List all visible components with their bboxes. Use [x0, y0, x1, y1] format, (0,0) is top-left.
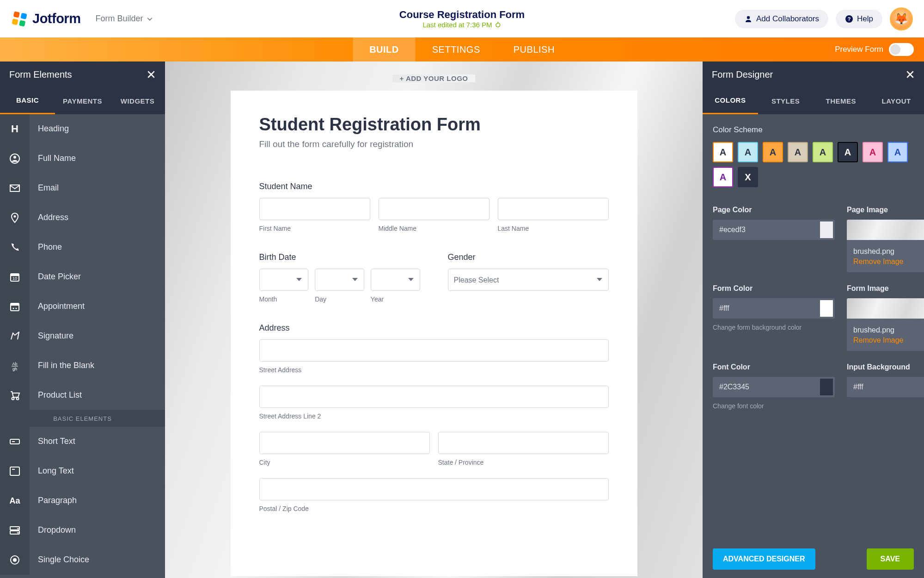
input-last-name[interactable]: [498, 198, 609, 220]
tab-build[interactable]: BUILD: [353, 37, 416, 61]
element-label: Phone: [30, 242, 62, 252]
tab-widgets[interactable]: WIDGETS: [110, 87, 165, 114]
avatar[interactable]: 🦊: [890, 7, 913, 31]
form-heading[interactable]: Student Registration Form: [259, 115, 609, 135]
input-font-color[interactable]: [713, 377, 818, 397]
element-email[interactable]: Email: [0, 173, 165, 203]
element-single-choice[interactable]: Single Choice: [0, 545, 165, 575]
element-heading[interactable]: HHeading: [0, 114, 165, 144]
input-form-color[interactable]: [713, 298, 818, 319]
color-swatch-4[interactable]: A: [813, 142, 833, 162]
svg-rect-3: [19, 20, 25, 26]
prop-font-color: Font Color Change font color: [713, 363, 835, 411]
revision-icon[interactable]: [495, 22, 502, 28]
add-logo-button[interactable]: + ADD YOUR LOGO: [165, 61, 703, 91]
svg-text:Ab: Ab: [12, 362, 17, 366]
svg-point-23: [17, 397, 19, 400]
select-day[interactable]: [315, 269, 364, 291]
help-button[interactable]: ? Help: [836, 10, 882, 28]
element-phone[interactable]: Phone: [0, 233, 165, 262]
section-basic-elements: BASIC ELEMENTS: [0, 410, 165, 427]
tab-themes[interactable]: THEMES: [814, 87, 869, 114]
element-product-list[interactable]: Product List: [0, 381, 165, 410]
input-city[interactable]: [259, 432, 430, 454]
tab-publish[interactable]: PUBLISH: [497, 37, 571, 61]
color-swatch-9[interactable]: X: [738, 167, 758, 187]
color-swatch-5[interactable]: A: [838, 142, 858, 162]
remove-form-image[interactable]: Remove Image: [847, 336, 924, 344]
form-canvas[interactable]: + ADD YOUR LOGO Student Registration For…: [165, 61, 703, 578]
prop-page-color: Page Color: [713, 206, 835, 272]
field-address[interactable]: Address Street Address Street Address Li…: [259, 323, 609, 512]
element-paragraph[interactable]: AaParagraph: [0, 486, 165, 516]
save-button[interactable]: SAVE: [867, 548, 914, 570]
advanced-designer-button[interactable]: ADVANCED DESIGNER: [713, 548, 815, 570]
element-label: Address: [30, 213, 68, 222]
tab-layout[interactable]: LAYOUT: [869, 87, 924, 114]
element-long-text[interactable]: Long Text: [0, 456, 165, 486]
form-title[interactable]: Course Registration Form: [399, 9, 525, 21]
element-appointment[interactable]: Appointment: [0, 292, 165, 321]
remove-page-image[interactable]: Remove Image: [847, 258, 924, 266]
form-subheading[interactable]: Fill out the form carefully for registra…: [259, 139, 609, 149]
select-month[interactable]: [259, 269, 309, 291]
tab-settings[interactable]: SETTINGS: [416, 37, 497, 61]
logo-icon: [11, 11, 28, 27]
element-icon: [0, 381, 30, 410]
input-street2[interactable]: [259, 386, 609, 408]
element-short-text[interactable]: Short Text: [0, 427, 165, 456]
form-image-box[interactable]: brushed.png Remove Image: [847, 298, 924, 351]
designer-body: Color Scheme AAAAAAAAAX Page Color Page …: [703, 114, 924, 578]
input-first-name[interactable]: [259, 198, 370, 220]
element-date-picker[interactable]: 10Date Picker: [0, 262, 165, 292]
builder-dropdown[interactable]: Form Builder: [95, 14, 153, 24]
color-swatch-6[interactable]: A: [863, 142, 883, 162]
color-swatch-3[interactable]: A: [788, 142, 808, 162]
input-middle-name[interactable]: [379, 198, 490, 220]
tab-payments[interactable]: PAYMENTS: [55, 87, 110, 114]
builder-label: Form Builder: [95, 14, 143, 24]
input-input-bg[interactable]: [847, 377, 924, 397]
sublabel-street: Street Address: [259, 366, 609, 374]
input-page-color[interactable]: [713, 220, 818, 240]
chip-page-color[interactable]: [818, 220, 835, 240]
svg-point-11: [14, 215, 16, 217]
select-year[interactable]: [371, 269, 420, 291]
form-elements-panel: Form Elements BASIC PAYMENTS WIDGETS HHe…: [0, 61, 165, 578]
page-image-preview: [847, 220, 924, 240]
color-swatch-1[interactable]: A: [738, 142, 758, 162]
element-dropdown[interactable]: Dropdown: [0, 516, 165, 545]
logo[interactable]: Jotform: [11, 11, 80, 27]
toggle-switch[interactable]: [889, 43, 914, 56]
element-full-name[interactable]: Full Name: [0, 144, 165, 173]
preview-toggle[interactable]: Preview Form: [835, 43, 914, 56]
color-swatch-0[interactable]: A: [713, 142, 733, 162]
input-postal[interactable]: [259, 478, 609, 500]
page-image-box[interactable]: brushed.png Remove Image: [847, 220, 924, 272]
chip-form-color[interactable]: [818, 298, 835, 319]
sublabel-first-name: First Name: [259, 225, 370, 232]
select-gender[interactable]: Please Select: [448, 269, 609, 291]
field-gender[interactable]: Gender Please Select: [448, 252, 609, 303]
tab-colors[interactable]: COLORS: [703, 87, 758, 114]
tab-basic[interactable]: BASIC: [0, 87, 55, 114]
close-icon[interactable]: [147, 70, 156, 79]
element-fill-in-the-blank[interactable]: AbghFill in the Blank: [0, 351, 165, 381]
color-swatch-2[interactable]: A: [763, 142, 783, 162]
add-collaborators-button[interactable]: Add Collaborators: [735, 10, 828, 28]
prop-input-bg: Input Background: [847, 363, 924, 411]
field-birth-date[interactable]: Birth Date Month Day Year: [259, 252, 420, 303]
color-swatch-7[interactable]: A: [887, 142, 908, 162]
color-swatch-8[interactable]: A: [713, 167, 733, 187]
input-state[interactable]: [438, 432, 609, 454]
input-street[interactable]: [259, 339, 609, 362]
tab-styles[interactable]: STYLES: [758, 87, 814, 114]
field-student-name[interactable]: Student Name First Name Middle Name Last…: [259, 182, 609, 232]
element-label: Full Name: [30, 154, 76, 163]
element-signature[interactable]: Signature: [0, 321, 165, 351]
logo-text: Jotform: [32, 11, 80, 26]
chip-font-color[interactable]: [818, 377, 835, 397]
element-address[interactable]: Address: [0, 203, 165, 233]
elements-list: HHeadingFull NameEmailAddressPhone10Date…: [0, 114, 165, 578]
close-icon[interactable]: [906, 70, 915, 79]
